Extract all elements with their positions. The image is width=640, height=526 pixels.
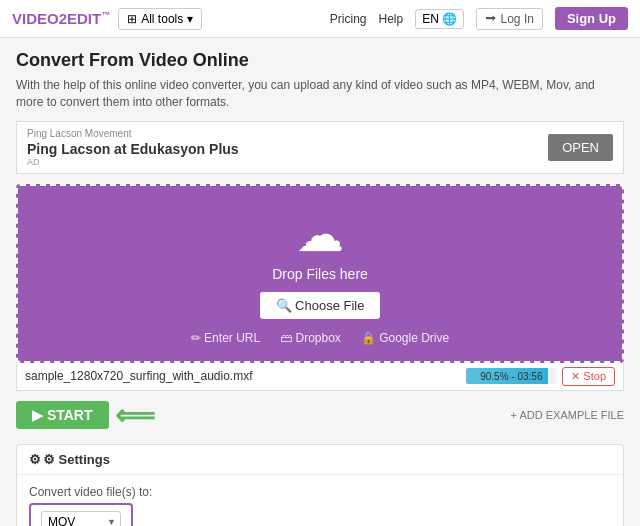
all-tools-label: All tools	[141, 12, 183, 26]
file-name: sample_1280x720_surfing_with_audio.mxf	[25, 369, 460, 383]
logo-edit: EDIT	[67, 10, 101, 27]
enter-url-option[interactable]: ✏ Enter URL	[191, 331, 260, 345]
dropbox-option[interactable]: 🗃 Dropbox	[280, 331, 341, 345]
settings-body: Convert video file(s) to: MOV MP4 WEBM A…	[17, 475, 623, 526]
settings-title: ⚙ Settings	[43, 452, 110, 467]
logo-text: VIDEO	[12, 10, 59, 27]
signup-button[interactable]: Sign Up	[555, 7, 628, 30]
upload-cloud-icon: ☁	[34, 206, 606, 262]
format-select[interactable]: MOV MP4 WEBM AVI MKV GIF	[41, 511, 121, 526]
choose-file-button[interactable]: 🔍 Choose File	[260, 292, 381, 319]
add-example-link[interactable]: + ADD EXAMPLE FILE	[511, 409, 624, 421]
start-group: ▶ START ⟸	[16, 399, 155, 432]
help-link[interactable]: Help	[378, 12, 403, 26]
start-row: ▶ START ⟸ + ADD EXAMPLE FILE	[16, 399, 624, 432]
lang-label: EN	[422, 12, 439, 26]
pricing-link[interactable]: Pricing	[330, 12, 367, 26]
logo-accent: 2	[59, 10, 67, 27]
ad-small: AD	[27, 157, 239, 167]
format-select-wrap[interactable]: MOV MP4 WEBM AVI MKV GIF	[41, 511, 121, 526]
drop-files-text: Drop Files here	[34, 266, 606, 282]
convert-label: Convert video file(s) to:	[29, 485, 611, 499]
ad-badge: Ping Lacson Movement	[27, 128, 239, 139]
chevron-down-icon: ▾	[187, 12, 193, 26]
header-left: VIDEO2EDIT™ ⊞ All tools ▾	[12, 8, 202, 30]
all-tools-button[interactable]: ⊞ All tools ▾	[118, 8, 202, 30]
page-description: With the help of this online video conve…	[16, 77, 624, 111]
google-drive-option[interactable]: 🔒 Google Drive	[361, 331, 449, 345]
header-right: Pricing Help EN 🌐 ⮕ Log In Sign Up	[330, 7, 628, 30]
ad-open-button[interactable]: OPEN	[548, 134, 613, 161]
logo-tm: ™	[101, 10, 110, 20]
gear-icon: ⚙	[29, 452, 41, 467]
page-content: Convert From Video Online With the help …	[0, 38, 640, 526]
drop-options: ✏ Enter URL 🗃 Dropbox 🔒 Google Drive	[34, 331, 606, 345]
logo: VIDEO2EDIT™	[12, 10, 110, 27]
start-button[interactable]: ▶ START	[16, 401, 109, 429]
language-button[interactable]: EN 🌐	[415, 9, 464, 29]
settings-section: ⚙ ⚙ Settings Convert video file(s) to: M…	[16, 444, 624, 526]
ad-text: Ping Lacson at Edukasyon Plus	[27, 141, 239, 157]
globe-icon: 🌐	[442, 12, 457, 26]
progress-bar: 90.5% - 03:56	[466, 368, 556, 384]
settings-header: ⚙ ⚙ Settings	[17, 445, 623, 475]
ad-content: Ping Lacson Movement Ping Lacson at Eduk…	[27, 128, 239, 167]
stop-button[interactable]: ✕ Stop	[562, 367, 615, 386]
progress-text: 90.5% - 03:56	[466, 368, 556, 384]
grid-icon: ⊞	[127, 12, 137, 26]
drop-zone[interactable]: ☁ Drop Files here 🔍 Choose File ✏ Enter …	[16, 184, 624, 363]
signin-button[interactable]: ⮕ Log In	[476, 8, 543, 30]
page-title: Convert From Video Online	[16, 50, 624, 71]
header: VIDEO2EDIT™ ⊞ All tools ▾ Pricing Help E…	[0, 0, 640, 38]
file-row: sample_1280x720_surfing_with_audio.mxf 9…	[16, 363, 624, 391]
arrow-icon: ⟸	[115, 399, 155, 432]
ad-banner: Ping Lacson Movement Ping Lacson at Eduk…	[16, 121, 624, 174]
format-box: MOV MP4 WEBM AVI MKV GIF	[29, 503, 133, 526]
